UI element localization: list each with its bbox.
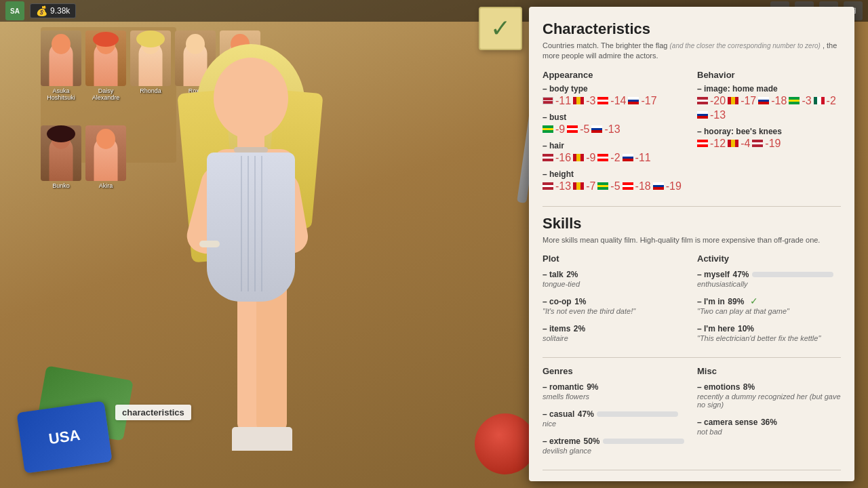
divider-3 <box>542 470 841 470</box>
actor-akira[interactable]: Akira <box>85 125 126 189</box>
plot-title: Plot <box>542 253 686 264</box>
red-object <box>475 413 536 474</box>
characteristics-panel: Characteristics Countries match. The bri… <box>529 7 854 481</box>
misc-col: Misc emotions 8% recently a dummy recogn… <box>697 366 841 462</box>
flag-ca3 <box>597 154 608 161</box>
skill-camera: camera sense 36% not bad <box>697 415 841 436</box>
misc-title: Misc <box>697 366 841 376</box>
activity-title: Activity <box>697 253 841 264</box>
skill-coop: co-op 1% "It's not even the third date!" <box>542 295 686 315</box>
plot-col: Plot talk 2% tongue-tied co-op 1% "It's … <box>542 253 686 349</box>
flag-es <box>573 97 584 104</box>
panel-description: Countries match. The brighter the flag (… <box>542 41 841 62</box>
skill-emotions: emotions 8% recently a dummy recognized … <box>697 380 841 409</box>
characteristics-label: characteristics <box>115 405 191 420</box>
flag-ca2 <box>567 125 578 133</box>
panel-title: Characteristics <box>542 20 841 38</box>
behavior-title: Behavior <box>697 70 841 80</box>
flag-es4 <box>573 182 584 190</box>
skill-myself: myself 47% enthusiastically <box>697 268 841 288</box>
actor-row-bottom: Bunko Akira <box>41 125 126 189</box>
flag-ru-b <box>758 97 769 104</box>
behavior-col: Behavior image: home made -20 -17 -18 -3… <box>697 70 841 198</box>
attr-bust: bust -9 -5 -13 <box>542 113 686 136</box>
flag-es-b <box>728 97 738 104</box>
flag-es-b2 <box>728 140 738 147</box>
attr-height: height -13 -7 -5 -18 -19 <box>542 169 686 192</box>
actor-daisy[interactable]: DaisyAlexandre <box>85 30 126 101</box>
appearance-col: Appearance body type -11 -3 -14 -17 bust… <box>542 70 686 198</box>
flag-ru-b2 <box>697 111 708 119</box>
skill-imin: I'm in 89% ✓ "Two can play at that game" <box>697 295 841 315</box>
flag-us-b <box>697 97 708 104</box>
skill-talk: talk 2% tongue-tied <box>542 268 686 288</box>
flag-br <box>542 125 553 133</box>
flag-mx-b <box>814 97 825 104</box>
confirm-button[interactable]: ✓ <box>479 7 522 50</box>
skills-title: Skills <box>542 215 841 232</box>
flag-ru3 <box>623 154 633 161</box>
skills-section: Plot talk 2% tongue-tied co-op 1% "It's … <box>542 253 841 349</box>
attr-image: image: home made -20 -17 -18 -3 -2 -13 <box>697 84 841 121</box>
appearance-behavior-section: Appearance body type -11 -3 -14 -17 bust… <box>542 70 841 198</box>
activity-col: Activity myself 47% enthusiastically I'm… <box>697 253 841 349</box>
skills-desc: More skills mean quality film. High-qual… <box>542 235 841 245</box>
skill-bar-extreme <box>603 439 684 444</box>
flag-ru4 <box>653 182 664 190</box>
flag-br4 <box>597 182 608 190</box>
divider-1 <box>542 206 841 207</box>
flag-us3 <box>542 154 553 161</box>
skill-romantic: romantic 9% smells flowers <box>542 380 686 401</box>
skill-items: items 2% solitaire <box>542 322 686 342</box>
player-avatar: SA <box>5 1 24 20</box>
divider-2 <box>542 357 841 358</box>
skill-imhere: I'm here 10% "This electrician'd better … <box>697 322 841 342</box>
filmography-title: Filmography <box>542 479 841 481</box>
attr-hooray: hooray: bee's knees -12 -4 -19 <box>697 127 841 150</box>
flag-us4 <box>542 182 553 190</box>
skill-extreme: extreme 50% devilish glance <box>542 434 686 455</box>
flag-br-b <box>789 97 800 104</box>
actor-asuka[interactable]: AsukaHoshitsuki <box>41 30 81 101</box>
genres-title: Genres <box>542 366 686 376</box>
money-display: 💰 9.38k <box>30 3 76 18</box>
flag-ca <box>597 97 608 104</box>
attr-hair: hair -16 -9 -2 -11 <box>542 141 686 164</box>
flag-ca4 <box>623 182 633 190</box>
check-icon: ✓ <box>750 296 758 306</box>
flag-us <box>542 97 553 104</box>
flag-us-b3 <box>752 140 763 147</box>
actor-bunko[interactable]: Bunko <box>41 125 81 189</box>
attr-body-type: body type -11 -3 -14 -17 <box>542 84 686 107</box>
genres-col: Genres romantic 9% smells flowers casual… <box>542 366 686 462</box>
flag-ru <box>628 97 639 104</box>
usa-card: USA <box>16 401 112 473</box>
skill-casual: casual 47% nice <box>542 407 686 428</box>
flag-ca-b <box>697 140 708 147</box>
genres-misc-section: Genres romantic 9% smells flowers casual… <box>542 366 841 462</box>
flag-es3 <box>573 154 584 161</box>
flag-ru2 <box>591 125 602 133</box>
coin-icon: 💰 <box>36 5 47 16</box>
skill-bar-casual <box>597 411 678 417</box>
appearance-title: Appearance <box>542 70 686 80</box>
skill-bar-myself <box>752 272 833 277</box>
